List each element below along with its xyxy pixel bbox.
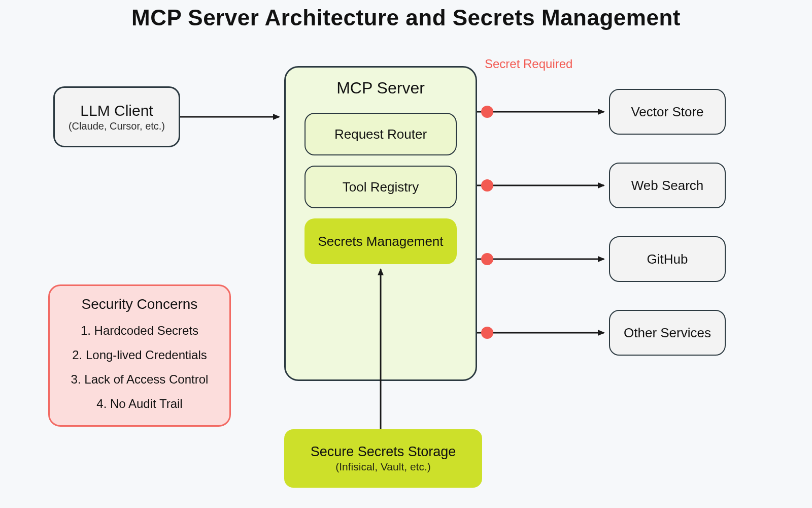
secret-dot-other xyxy=(481,327,493,339)
concern-item-1: 1. Hardcoded Secrets xyxy=(81,319,198,343)
vector-store-box: Vector Store xyxy=(609,89,726,135)
secure-secrets-storage-box: Secure Secrets Storage (Infisical, Vault… xyxy=(284,429,482,488)
secret-required-label: Secret Required xyxy=(485,57,572,71)
secrets-storage-sub: (Infisical, Vault, etc.) xyxy=(335,461,431,473)
web-search-box: Web Search xyxy=(609,163,726,208)
secrets-storage-label: Secure Secrets Storage xyxy=(311,444,456,460)
security-concerns-title: Security Concerns xyxy=(82,296,198,312)
secret-dot-websearch xyxy=(481,179,493,192)
mcp-server-box: MCP Server Request Router Tool Registry … xyxy=(284,66,477,381)
github-box: GitHub xyxy=(609,236,726,282)
secret-dot-vectorstore xyxy=(481,106,493,118)
llm-client-label: LLM Client xyxy=(80,102,153,119)
secrets-management-box: Secrets Management xyxy=(304,218,457,264)
request-router-box: Request Router xyxy=(304,113,457,155)
llm-client-box: LLM Client (Claude, Cursor, etc.) xyxy=(53,86,180,147)
mcp-server-title: MCP Server xyxy=(336,79,425,98)
other-services-box: Other Services xyxy=(609,310,726,356)
concern-item-2: 2. Long-lived Credentials xyxy=(72,343,207,367)
tool-registry-box: Tool Registry xyxy=(304,166,457,208)
llm-client-sub: (Claude, Cursor, etc.) xyxy=(69,120,165,132)
security-concerns-panel: Security Concerns 1. Hardcoded Secrets 2… xyxy=(48,284,231,427)
concern-item-3: 3. Lack of Access Control xyxy=(71,367,209,392)
diagram-title: MCP Server Architecture and Secrets Mana… xyxy=(0,5,812,30)
concern-item-4: 4. No Audit Trail xyxy=(96,392,182,416)
secret-dot-github xyxy=(481,253,493,265)
